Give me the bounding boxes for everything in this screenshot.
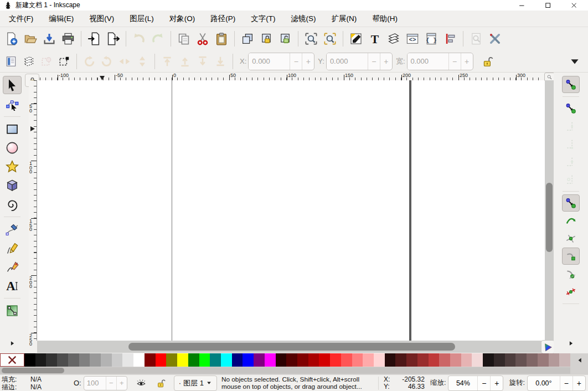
select-all-layers-button[interactable] bbox=[20, 53, 38, 70]
align-button[interactable] bbox=[441, 29, 460, 48]
flip-v-button[interactable] bbox=[133, 53, 151, 70]
palette-swatch[interactable] bbox=[286, 353, 297, 367]
palette-swatch[interactable] bbox=[243, 353, 254, 367]
new-document-button[interactable] bbox=[2, 29, 21, 48]
palette-swatch[interactable] bbox=[90, 353, 101, 367]
horizontal-scrollbar-handle[interactable] bbox=[128, 343, 455, 351]
lower-bottom-button[interactable] bbox=[212, 53, 229, 70]
y-increment-button[interactable]: + bbox=[380, 53, 392, 70]
text-dialog-button[interactable]: T bbox=[365, 29, 384, 48]
raise-button[interactable] bbox=[176, 53, 194, 70]
menu-item-0[interactable]: 文件(F) bbox=[1, 11, 41, 27]
horizontal-ruler[interactable]: -100-50050100150200250300 bbox=[40, 73, 545, 81]
palette-swatch[interactable] bbox=[68, 353, 79, 367]
opacity-input[interactable]: 100 bbox=[84, 377, 106, 390]
rotation-decrement-button[interactable]: − bbox=[560, 376, 572, 390]
palette-swatch[interactable] bbox=[549, 353, 560, 367]
calligraphy-tool[interactable] bbox=[3, 258, 22, 276]
xml-editor-button[interactable]: <> bbox=[403, 29, 422, 48]
copy-button[interactable] bbox=[174, 29, 193, 48]
unlink-clone-button[interactable] bbox=[276, 29, 295, 48]
rotate-ccw-button[interactable] bbox=[80, 53, 98, 70]
palette-swatch[interactable] bbox=[363, 353, 374, 367]
palette-scrollbar[interactable] bbox=[0, 367, 570, 374]
palette-swatch[interactable] bbox=[494, 353, 505, 367]
pen-tool[interactable] bbox=[3, 220, 22, 238]
y-decrement-button[interactable]: − bbox=[368, 53, 380, 70]
palette-scrollbar-handle[interactable] bbox=[2, 368, 64, 373]
palette-swatch[interactable] bbox=[276, 353, 287, 367]
maximize-button[interactable] bbox=[540, 1, 556, 10]
deselect-button[interactable] bbox=[38, 53, 55, 70]
palette-swatch[interactable] bbox=[232, 353, 243, 367]
pencil-tool[interactable] bbox=[3, 239, 22, 257]
menu-item-3[interactable]: 图层(L) bbox=[122, 11, 162, 27]
vertical-scrollbar[interactable] bbox=[545, 80, 554, 341]
zoom-input[interactable]: 54% bbox=[448, 376, 477, 390]
flip-h-button[interactable] bbox=[116, 53, 133, 70]
export-button[interactable] bbox=[104, 29, 122, 48]
snapbar-expander-button[interactable] bbox=[564, 338, 577, 349]
palette-swatch[interactable] bbox=[133, 353, 145, 367]
snap-intersections-button[interactable] bbox=[562, 230, 580, 247]
rotation-input[interactable]: 0.00° bbox=[528, 376, 560, 390]
palette-swatch[interactable] bbox=[156, 353, 167, 367]
palette-swatch[interactable] bbox=[406, 353, 417, 367]
palette-scroll-left-button[interactable] bbox=[571, 353, 588, 367]
text-tool-tool[interactable]: A bbox=[3, 276, 22, 295]
palette-swatch[interactable] bbox=[439, 353, 450, 367]
palette-swatch[interactable] bbox=[210, 353, 221, 367]
palette-swatch[interactable] bbox=[341, 353, 352, 367]
palette-swatch[interactable] bbox=[199, 353, 210, 367]
width-decrement-button[interactable]: − bbox=[448, 53, 461, 70]
palette-swatch[interactable] bbox=[559, 353, 570, 367]
zoom-increment-button[interactable]: + bbox=[490, 376, 503, 390]
palette-swatch[interactable] bbox=[122, 353, 133, 367]
palette-swatch[interactable] bbox=[352, 353, 363, 367]
duplicate-button[interactable] bbox=[238, 29, 257, 48]
palette-swatch[interactable] bbox=[177, 353, 188, 367]
lock-ratio-toggle[interactable] bbox=[479, 53, 497, 70]
snap-paths-button[interactable] bbox=[562, 212, 580, 229]
palette-swatch[interactable] bbox=[472, 353, 483, 367]
minimize-button[interactable] bbox=[514, 1, 530, 10]
palette-swatch[interactable] bbox=[166, 353, 177, 367]
snap-bbox-edges-button[interactable] bbox=[562, 117, 580, 135]
clone-button[interactable] bbox=[257, 29, 276, 48]
fill-stroke-button[interactable] bbox=[347, 29, 365, 48]
palette-swatch[interactable] bbox=[101, 353, 112, 367]
palette-swatch[interactable] bbox=[319, 353, 330, 367]
palette-swatch[interactable] bbox=[505, 353, 516, 367]
opacity-increment-button[interactable]: + bbox=[116, 377, 127, 390]
zoom-selection-button[interactable] bbox=[302, 29, 321, 48]
snap-midpoints-button[interactable] bbox=[562, 283, 580, 300]
menu-item-1[interactable]: 编辑(E) bbox=[41, 11, 81, 27]
snap-cusp-nodes-button[interactable] bbox=[562, 248, 580, 265]
palette-swatch[interactable] bbox=[57, 353, 68, 367]
width-field-input[interactable]: 0.000 bbox=[408, 53, 448, 70]
vertical-ruler[interactable]: 50100150200250 bbox=[29, 80, 37, 341]
menu-item-6[interactable]: 文字(T) bbox=[243, 11, 283, 27]
x-field-input[interactable]: 0.000 bbox=[249, 53, 290, 70]
rotate-cw-button[interactable] bbox=[98, 53, 116, 70]
snap-bbox-centers-button[interactable] bbox=[562, 171, 580, 188]
node-editor-tool[interactable] bbox=[3, 95, 22, 113]
palette-swatch[interactable] bbox=[461, 353, 472, 367]
print-button[interactable] bbox=[59, 29, 78, 48]
horizontal-scrollbar[interactable] bbox=[37, 341, 541, 353]
palette-swatch[interactable] bbox=[450, 353, 461, 367]
menu-item-2[interactable]: 视图(V) bbox=[81, 11, 122, 27]
layer-selector-dropdown[interactable]: · 图层 1 bbox=[174, 375, 217, 391]
snap-smooth-nodes-button[interactable] bbox=[562, 265, 580, 282]
palette-swatch[interactable] bbox=[46, 353, 57, 367]
zoom-drawing-button[interactable] bbox=[321, 29, 339, 48]
palette-swatch[interactable] bbox=[395, 353, 406, 367]
palette-swatch[interactable] bbox=[79, 353, 90, 367]
palette-swatch[interactable] bbox=[515, 353, 527, 367]
open-button[interactable] bbox=[21, 29, 40, 48]
doc-properties-button[interactable]: { } bbox=[422, 29, 441, 48]
paste-button[interactable] bbox=[212, 29, 231, 48]
palette-swatch[interactable] bbox=[188, 353, 199, 367]
y-field-input[interactable]: 0.000 bbox=[327, 53, 368, 70]
menu-item-8[interactable]: 扩展(N) bbox=[324, 11, 365, 27]
